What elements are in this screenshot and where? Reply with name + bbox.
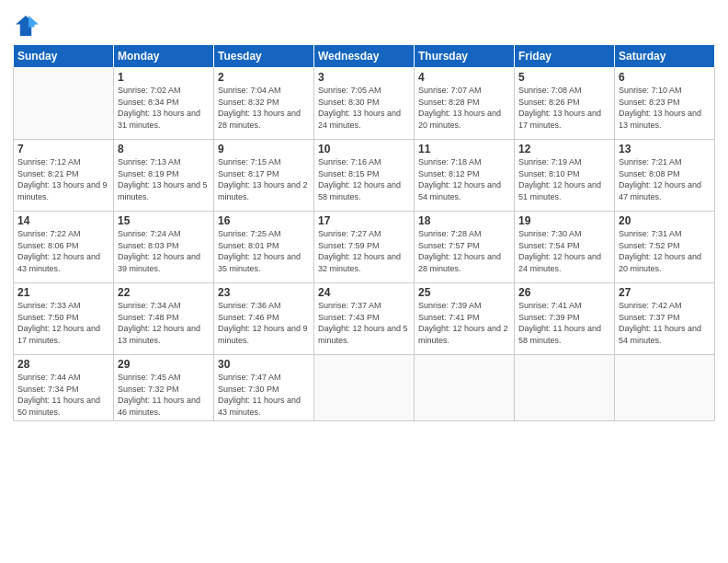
calendar-cell: 20Sunrise: 7:31 AMSunset: 7:52 PMDayligh… (615, 212, 715, 283)
day-number: 8 (118, 143, 210, 155)
calendar-table: Sunday Monday Tuesday Wednesday Thursday… (13, 44, 715, 421)
calendar-cell: 17Sunrise: 7:27 AMSunset: 7:59 PMDayligh… (314, 212, 415, 283)
day-number: 20 (619, 214, 711, 227)
calendar-week-row: 21Sunrise: 7:33 AMSunset: 7:50 PMDayligh… (14, 283, 715, 355)
calendar-cell: 7Sunrise: 7:12 AMSunset: 8:21 PMDaylight… (14, 140, 114, 212)
calendar-cell: 21Sunrise: 7:33 AMSunset: 7:50 PMDayligh… (14, 283, 114, 355)
day-number: 17 (318, 214, 410, 227)
day-number: 4 (418, 71, 510, 84)
day-number: 3 (318, 71, 410, 84)
day-number: 15 (118, 214, 210, 227)
day-info: Sunrise: 7:08 AMSunset: 8:26 PMDaylight:… (518, 85, 610, 131)
col-friday: Friday (515, 45, 615, 68)
day-info: Sunrise: 7:30 AMSunset: 7:54 PMDaylight:… (518, 228, 610, 274)
day-info: Sunrise: 7:28 AMSunset: 7:57 PMDaylight:… (418, 228, 510, 274)
day-number: 29 (118, 358, 210, 371)
calendar-cell: 12Sunrise: 7:19 AMSunset: 8:10 PMDayligh… (515, 140, 615, 212)
day-number: 19 (518, 214, 610, 227)
calendar-cell: 22Sunrise: 7:34 AMSunset: 7:48 PMDayligh… (114, 283, 214, 355)
calendar-cell: 5Sunrise: 7:08 AMSunset: 8:26 PMDaylight… (515, 68, 615, 140)
col-tuesday: Tuesday (214, 45, 314, 68)
day-number: 27 (619, 286, 711, 299)
day-number: 12 (518, 143, 610, 155)
day-number: 14 (17, 214, 109, 227)
day-info: Sunrise: 7:12 AMSunset: 8:21 PMDaylight:… (17, 156, 109, 202)
day-info: Sunrise: 7:19 AMSunset: 8:10 PMDaylight:… (518, 156, 610, 202)
day-info: Sunrise: 7:47 AMSunset: 7:30 PMDaylight:… (218, 372, 310, 418)
calendar-week-row: 28Sunrise: 7:44 AMSunset: 7:34 PMDayligh… (14, 355, 715, 421)
day-info: Sunrise: 7:07 AMSunset: 8:28 PMDaylight:… (418, 85, 510, 131)
day-info: Sunrise: 7:10 AMSunset: 8:23 PMDaylight:… (619, 85, 711, 131)
calendar-cell (415, 355, 515, 421)
day-info: Sunrise: 7:15 AMSunset: 8:17 PMDaylight:… (218, 156, 310, 202)
day-number: 9 (218, 143, 310, 155)
day-number: 24 (318, 286, 410, 299)
calendar-cell: 27Sunrise: 7:42 AMSunset: 7:37 PMDayligh… (615, 283, 715, 355)
day-info: Sunrise: 7:25 AMSunset: 8:01 PMDaylight:… (218, 228, 310, 274)
day-number: 23 (218, 286, 310, 299)
calendar-cell: 13Sunrise: 7:21 AMSunset: 8:08 PMDayligh… (615, 140, 715, 212)
day-number: 11 (418, 143, 510, 155)
day-info: Sunrise: 7:37 AMSunset: 7:43 PMDaylight:… (318, 300, 410, 346)
day-number: 16 (218, 214, 310, 227)
calendar-cell: 29Sunrise: 7:45 AMSunset: 7:32 PMDayligh… (114, 355, 214, 421)
calendar-cell: 8Sunrise: 7:13 AMSunset: 8:19 PMDaylight… (114, 140, 214, 212)
day-info: Sunrise: 7:44 AMSunset: 7:34 PMDaylight:… (17, 372, 109, 418)
calendar-cell: 4Sunrise: 7:07 AMSunset: 8:28 PMDaylight… (415, 68, 515, 140)
day-info: Sunrise: 7:18 AMSunset: 8:12 PMDaylight:… (418, 156, 510, 202)
calendar-cell: 11Sunrise: 7:18 AMSunset: 8:12 PMDayligh… (415, 140, 515, 212)
calendar-cell: 2Sunrise: 7:04 AMSunset: 8:32 PMDaylight… (214, 68, 314, 140)
day-number: 28 (17, 358, 109, 371)
calendar-week-row: 7Sunrise: 7:12 AMSunset: 8:21 PMDaylight… (14, 140, 715, 212)
calendar-cell: 19Sunrise: 7:30 AMSunset: 7:54 PMDayligh… (515, 212, 615, 283)
calendar-week-row: 1Sunrise: 7:02 AMSunset: 8:34 PMDaylight… (14, 68, 715, 140)
day-info: Sunrise: 7:16 AMSunset: 8:15 PMDaylight:… (318, 156, 410, 202)
calendar-cell (515, 355, 615, 421)
calendar-cell: 9Sunrise: 7:15 AMSunset: 8:17 PMDaylight… (214, 140, 314, 212)
day-info: Sunrise: 7:02 AMSunset: 8:34 PMDaylight:… (118, 85, 210, 131)
day-info: Sunrise: 7:39 AMSunset: 7:41 PMDaylight:… (418, 300, 510, 346)
day-info: Sunrise: 7:27 AMSunset: 7:59 PMDaylight:… (318, 228, 410, 274)
day-number: 1 (118, 71, 210, 84)
calendar-cell: 14Sunrise: 7:22 AMSunset: 8:06 PMDayligh… (14, 212, 114, 283)
day-info: Sunrise: 7:33 AMSunset: 7:50 PMDaylight:… (17, 300, 109, 346)
calendar-cell: 16Sunrise: 7:25 AMSunset: 8:01 PMDayligh… (214, 212, 314, 283)
day-number: 2 (218, 71, 310, 84)
col-saturday: Saturday (615, 45, 715, 68)
day-info: Sunrise: 7:04 AMSunset: 8:32 PMDaylight:… (218, 85, 310, 131)
calendar-cell: 10Sunrise: 7:16 AMSunset: 8:15 PMDayligh… (314, 140, 415, 212)
day-number: 30 (218, 358, 310, 371)
day-number: 25 (418, 286, 510, 299)
calendar-cell: 15Sunrise: 7:24 AMSunset: 8:03 PMDayligh… (114, 212, 214, 283)
day-info: Sunrise: 7:41 AMSunset: 7:39 PMDaylight:… (518, 300, 610, 346)
day-info: Sunrise: 7:24 AMSunset: 8:03 PMDaylight:… (118, 228, 210, 274)
calendar-week-row: 14Sunrise: 7:22 AMSunset: 8:06 PMDayligh… (14, 212, 715, 283)
day-number: 22 (118, 286, 210, 299)
logo-icon (13, 13, 39, 39)
calendar-cell: 24Sunrise: 7:37 AMSunset: 7:43 PMDayligh… (314, 283, 415, 355)
day-info: Sunrise: 7:45 AMSunset: 7:32 PMDaylight:… (118, 372, 210, 418)
calendar-header-row: Sunday Monday Tuesday Wednesday Thursday… (14, 45, 715, 68)
day-number: 10 (318, 143, 410, 155)
day-number: 21 (17, 286, 109, 299)
calendar-cell: 18Sunrise: 7:28 AMSunset: 7:57 PMDayligh… (415, 212, 515, 283)
day-info: Sunrise: 7:22 AMSunset: 8:06 PMDaylight:… (17, 228, 109, 274)
day-info: Sunrise: 7:21 AMSunset: 8:08 PMDaylight:… (619, 156, 711, 202)
calendar-cell: 28Sunrise: 7:44 AMSunset: 7:34 PMDayligh… (14, 355, 114, 421)
calendar-cell (314, 355, 415, 421)
calendar-cell: 6Sunrise: 7:10 AMSunset: 8:23 PMDaylight… (615, 68, 715, 140)
day-info: Sunrise: 7:13 AMSunset: 8:19 PMDaylight:… (118, 156, 210, 202)
day-info: Sunrise: 7:36 AMSunset: 7:46 PMDaylight:… (218, 300, 310, 346)
day-info: Sunrise: 7:42 AMSunset: 7:37 PMDaylight:… (619, 300, 711, 346)
svg-marker-1 (28, 16, 39, 27)
logo (13, 13, 40, 39)
calendar-cell: 26Sunrise: 7:41 AMSunset: 7:39 PMDayligh… (515, 283, 615, 355)
day-number: 18 (418, 214, 510, 227)
day-number: 26 (518, 286, 610, 299)
day-number: 13 (619, 143, 711, 155)
calendar-cell: 3Sunrise: 7:05 AMSunset: 8:30 PMDaylight… (314, 68, 415, 140)
day-number: 6 (619, 71, 711, 84)
calendar-cell (14, 68, 114, 140)
page-header (13, 9, 715, 39)
day-number: 7 (17, 143, 109, 155)
